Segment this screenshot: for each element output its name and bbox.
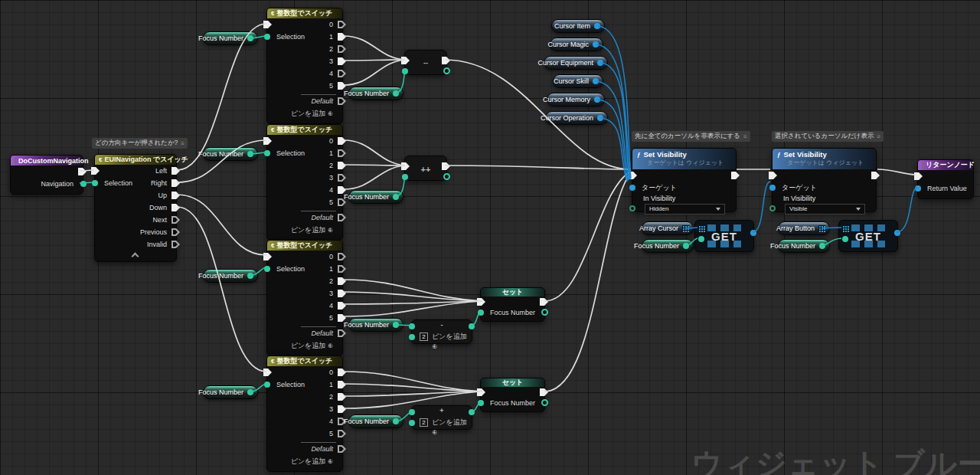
exec-out-3-pin[interactable] xyxy=(338,290,346,297)
node-switch-on-int-4[interactable]: €整数型でスイッチ 0 Selection1 2 3 4 5 Default ピ… xyxy=(266,355,343,472)
node-set-focus-number-2[interactable]: セット Focus Number xyxy=(480,378,545,412)
int-in-b-pin[interactable] xyxy=(409,420,415,426)
in-visibility-dropdown[interactable]: Visible xyxy=(785,204,865,215)
int-in-pin[interactable] xyxy=(402,68,408,74)
int-out-pin[interactable] xyxy=(393,418,399,424)
comment-direction-key[interactable]: どの方向キーが押されたか? ≡ xyxy=(92,138,188,149)
node-array-get-button[interactable]: GET xyxy=(838,220,898,252)
node-do-custom-navigation[interactable]: DoCustomNavigation Navigation xyxy=(10,155,83,195)
widget-out-pin[interactable] xyxy=(594,23,600,29)
add-pin-button[interactable]: ピンを追加 ⊕ xyxy=(291,455,333,467)
exec-out-pin[interactable] xyxy=(540,388,548,396)
literal-value[interactable]: 2 xyxy=(420,418,428,427)
add-pin-button[interactable]: ピンを追加 ⊕ xyxy=(432,418,472,437)
exec-out-5-pin[interactable] xyxy=(338,430,346,437)
index-in-pin[interactable] xyxy=(698,236,704,242)
node-switch-on-int-1[interactable]: €整数型でスイッチ 0 Selection1 2 3 4 5 Default ピ… xyxy=(266,8,343,124)
node-int-add[interactable]: + 2 ピンを追加 ⊕ xyxy=(411,405,472,430)
variable-focus-number[interactable]: Focus Number xyxy=(203,269,258,283)
int-in-a-pin[interactable] xyxy=(409,409,415,415)
node-return[interactable]: リターンノード Return Value xyxy=(917,159,974,199)
int-out-pin[interactable] xyxy=(393,322,399,328)
exec-out-invalid-pin[interactable] xyxy=(172,241,180,248)
int-out-pin[interactable] xyxy=(469,323,475,329)
variable-focus-number[interactable]: Focus Number xyxy=(203,385,258,399)
exec-out-3-pin[interactable] xyxy=(338,405,346,413)
node-array-get-cursor[interactable]: GET xyxy=(694,220,754,252)
target-in-pin[interactable] xyxy=(629,185,635,191)
int-out-pin[interactable] xyxy=(683,243,689,249)
exec-out-3-pin[interactable] xyxy=(338,57,346,65)
exec-out-left-pin[interactable] xyxy=(172,167,180,175)
exec-out-next-pin[interactable] xyxy=(172,216,180,224)
exec-out-pin[interactable] xyxy=(78,168,87,175)
exec-in-pin[interactable] xyxy=(401,57,410,64)
add-pin-button[interactable]: ピンを追加 ⊕ xyxy=(291,339,333,352)
collapse-chevron-icon[interactable] xyxy=(132,253,139,260)
exec-in-pin[interactable] xyxy=(629,172,637,179)
exec-out-up-pin[interactable] xyxy=(172,192,180,199)
exec-out-default-pin[interactable] xyxy=(338,97,346,105)
widget-out-pin[interactable] xyxy=(597,60,603,66)
variable-focus-number[interactable]: Focus Number xyxy=(348,87,403,100)
exec-in-pin[interactable] xyxy=(263,369,272,376)
int-ref-out-pin[interactable] xyxy=(443,67,450,74)
int-in-pin[interactable] xyxy=(478,310,484,316)
int-out-pin[interactable] xyxy=(247,389,253,395)
exec-out-5-pin[interactable] xyxy=(338,82,346,90)
node-switch-euinavigation[interactable]: € EUINavigation でスイッチ Left SelectionRigh… xyxy=(94,154,177,262)
variable-cursor-memory[interactable]: Cursor Memory xyxy=(547,93,605,106)
exec-out-2-pin[interactable] xyxy=(338,277,346,285)
exec-out-0-pin[interactable] xyxy=(338,253,346,260)
comment-show-selected-cursor[interactable]: 選択されているカーソルだけ表示 ≡ xyxy=(772,131,884,142)
int-out-pin[interactable] xyxy=(819,243,825,249)
int-out-pin[interactable] xyxy=(247,273,253,279)
navigation-out-pin[interactable] xyxy=(80,181,87,187)
node-set-visibility-2[interactable]: ƒSet Visibility ターゲットは ウィジェット ターゲット In V… xyxy=(772,148,877,212)
add-pin-button[interactable]: ピンを追加 ⊕ xyxy=(432,332,472,352)
comment-hide-all-cursors[interactable]: 先に全てのカーソルを非表示にする ≡ xyxy=(632,131,750,142)
exec-out-1-pin[interactable] xyxy=(338,381,346,388)
variable-cursor-operation[interactable]: Cursor Operation xyxy=(545,111,608,125)
variable-focus-number[interactable]: Focus Number xyxy=(778,239,830,253)
widget-out-pin[interactable] xyxy=(597,115,603,121)
exec-in-pin[interactable] xyxy=(914,172,923,180)
exec-out-2-pin[interactable] xyxy=(338,162,346,169)
widget-out-pin[interactable] xyxy=(593,78,599,84)
exec-out-0-pin[interactable] xyxy=(338,137,346,145)
exec-out-pin[interactable] xyxy=(442,57,450,64)
variable-focus-number[interactable]: Focus Number xyxy=(348,318,403,332)
int-in-pin[interactable] xyxy=(402,174,408,180)
array-in-pin[interactable] xyxy=(842,225,849,232)
int-ref-out-pin[interactable] xyxy=(443,173,450,180)
exec-out-4-pin[interactable] xyxy=(338,302,346,310)
selection-in-pin[interactable] xyxy=(92,180,98,186)
literal-value[interactable]: 2 xyxy=(420,332,428,341)
variable-focus-number[interactable]: Focus Number xyxy=(203,31,258,45)
node-switch-on-int-3[interactable]: €整数型でスイッチ 0 Selection1 2 3 4 5 Default ピ… xyxy=(266,240,343,356)
int-in-b-pin[interactable] xyxy=(409,334,415,340)
exec-in-pin[interactable] xyxy=(263,21,272,28)
exec-out-previous-pin[interactable] xyxy=(172,228,180,236)
exec-out-1-pin[interactable] xyxy=(338,33,346,41)
variable-focus-number[interactable]: Focus Number xyxy=(642,239,694,253)
variable-cursor-magic[interactable]: Cursor Magic xyxy=(550,38,603,51)
exec-in-pin[interactable] xyxy=(477,388,485,396)
variable-focus-number[interactable]: Focus Number xyxy=(348,190,403,204)
int-out-pin[interactable] xyxy=(393,90,399,97)
variable-cursor-item[interactable]: Cursor Item xyxy=(551,19,605,33)
in-visibility-pin[interactable] xyxy=(629,205,635,211)
add-pin-button[interactable]: ピンを追加 ⊕ xyxy=(291,224,333,236)
exec-in-pin[interactable] xyxy=(263,253,272,260)
int-out-pin[interactable] xyxy=(247,151,253,157)
exec-in-pin[interactable] xyxy=(263,137,272,145)
exec-out-pin[interactable] xyxy=(871,172,880,179)
exec-out-1-pin[interactable] xyxy=(338,265,346,273)
exec-out-0-pin[interactable] xyxy=(338,21,346,28)
exec-out-0-pin[interactable] xyxy=(338,369,346,376)
return-value-in-pin[interactable] xyxy=(915,185,921,192)
exec-out-pin[interactable] xyxy=(442,162,450,170)
node-increment-int[interactable]: ++ xyxy=(404,156,447,181)
exec-out-3-pin[interactable] xyxy=(338,174,346,182)
element-out-pin[interactable] xyxy=(750,230,756,236)
